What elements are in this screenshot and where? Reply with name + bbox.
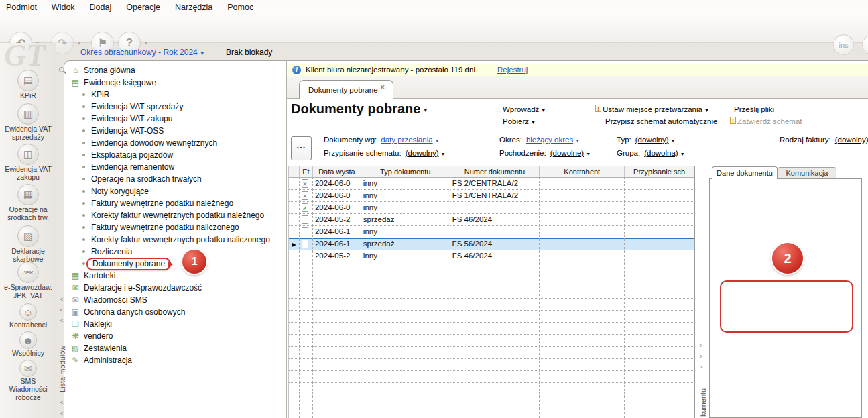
- tree-item-5[interactable]: Ewidencja VAT-OSS: [67, 125, 286, 137]
- annotation-callout-1: 1: [182, 250, 206, 274]
- menu-item-5[interactable]: Pomoc: [227, 3, 253, 12]
- przypisz-schemat-link[interactable]: Przypisz schemat automatycznie: [605, 117, 717, 125]
- table-row[interactable]: 2024-06-0innyFS 2/CENTRALA/2: [289, 178, 694, 190]
- tree-item-3[interactable]: Ewidencja VAT sprzedaży: [67, 101, 286, 113]
- filter-value-link[interactable]: (dowolny): [635, 136, 669, 144]
- pobierz-link[interactable]: Pobierz▼: [503, 117, 536, 125]
- module-item-label: SMS: [0, 377, 56, 385]
- module-item-7[interactable]: ☻Wspólnicy: [0, 331, 56, 357]
- table-row[interactable]: 2024-06-0innyFS 1/CENTRALA/2: [289, 190, 694, 202]
- tab-dane-dokumentu[interactable]: Dane dokumentu: [712, 166, 778, 179]
- table-row[interactable]: 2024-06-0inny: [289, 202, 694, 214]
- table-row[interactable]: 2024-06-1inny: [289, 226, 694, 238]
- filter-value-link[interactable]: daty przesłania: [381, 136, 432, 144]
- tree-item-8[interactable]: Ewidencja remanentów: [67, 161, 286, 173]
- empty-table-row: [289, 407, 694, 418]
- search-tree-icon[interactable]: [59, 67, 64, 72]
- tree-item-15[interactable]: Rozliczenia: [67, 246, 286, 258]
- accounting-period-link[interactable]: Okres obrachunkowy - Rok 2024▼: [80, 48, 205, 57]
- expand-preview-icon[interactable]: >: [697, 342, 705, 349]
- column-header-3[interactable]: Typ dokumentu: [361, 166, 450, 177]
- menu-item-0[interactable]: Podmiot: [6, 3, 37, 12]
- filter-value-link[interactable]: (dowolna): [644, 149, 678, 157]
- tree-item-9[interactable]: Operacje na środkach trwałych: [67, 173, 286, 185]
- collapse-left-icon[interactable]: <: [58, 410, 66, 417]
- filter-value-link[interactable]: bieżący okres: [526, 136, 573, 144]
- module-item-8[interactable]: ✉SMSWiadomościrobocze: [0, 360, 56, 401]
- table-row[interactable]: ▶2024-06-1sprzedażFS 56/2024: [289, 238, 694, 250]
- lock-status-link[interactable]: Brak blokady: [226, 48, 272, 57]
- fixed-assets-icon: ▦: [17, 184, 39, 205]
- empty-cell: [540, 323, 625, 335]
- table-cell: [450, 202, 540, 214]
- module-item-0[interactable]: ▤KPiR: [0, 70, 56, 99]
- column-header-5[interactable]: Kontrahent: [540, 166, 625, 177]
- empty-cell: [289, 347, 300, 359]
- column-header-6[interactable]: Przypisanie sch: [625, 166, 694, 177]
- tree-item-24[interactable]: ✎Administracja: [67, 354, 286, 366]
- tree-item-6[interactable]: Ewidencja dowodów wewnętrznych: [67, 137, 286, 149]
- expand-preview-icon[interactable]: >: [697, 353, 705, 360]
- tree-item-22[interactable]: ❋vendero: [67, 330, 286, 342]
- module-item-3[interactable]: ▦Operacje naśrodkach trw.: [0, 184, 56, 221]
- tree-item-18[interactable]: ✉Deklaracje i e-Sprawozdawczość: [67, 282, 286, 294]
- tab-close-icon[interactable]: ×: [380, 83, 385, 92]
- filter-value-link[interactable]: (dowolne): [550, 149, 584, 157]
- tree-item-17[interactable]: ▦Kartoteki: [67, 270, 286, 282]
- tree-item-20[interactable]: ▣Ochrona danych osobowych: [67, 306, 286, 318]
- tree-item-2[interactable]: KPiR: [67, 89, 286, 101]
- column-header-1[interactable]: Et: [300, 166, 313, 177]
- collapse-left-icon[interactable]: <: [58, 317, 66, 324]
- expand-preview-icon[interactable]: >: [697, 364, 705, 370]
- przeslij-pliki-link[interactable]: Prześlij pliki: [734, 105, 774, 113]
- table-row[interactable]: 2024-05-2innyFS 46/2024: [289, 250, 694, 262]
- empty-cell: [300, 262, 313, 274]
- module-item-4[interactable]: ▧Deklaracjeskarbowe: [0, 225, 56, 263]
- filter-value-link[interactable]: (dowolny): [406, 149, 439, 157]
- table-row[interactable]: 2024-05-2sprzedażFS 46/2024: [289, 214, 694, 226]
- help-dropdown-caret-icon[interactable]: ▼: [143, 40, 149, 46]
- tree-item-4[interactable]: Ewidencja VAT zakupu: [67, 113, 286, 125]
- empty-cell: [361, 335, 450, 347]
- menu-item-3[interactable]: Operacje: [126, 3, 160, 12]
- tree-item-7[interactable]: Eksploatacja pojazdów: [67, 149, 286, 161]
- zatwierdz-schemat-link[interactable]: Zatwierdź schemat: [737, 117, 802, 125]
- ustaw-miejsce-link[interactable]: Ustaw miejsce przetwarzania▼: [603, 105, 709, 113]
- tree-item-1[interactable]: ▤Ewidencje księgowe: [67, 76, 286, 89]
- filter-value-link[interactable]: (dowolny): [835, 136, 868, 144]
- tab-komunikacja[interactable]: Komunikacja: [778, 167, 836, 179]
- module-item-1[interactable]: ▥Ewidencja VATsprzedaży: [0, 103, 56, 141]
- menu-item-4[interactable]: Narzędzia: [175, 3, 212, 12]
- more-options-button[interactable]: ...: [291, 136, 312, 160]
- module-item-5[interactable]: JPKe-Sprawozdaw.JPK_VAT: [0, 262, 56, 299]
- module-item-2[interactable]: ◫Ewidencja VATzakupu: [0, 144, 56, 181]
- tree-item-label: Naklejki: [84, 319, 112, 329]
- wprowadz-link[interactable]: Wprowadź▼: [503, 105, 546, 113]
- tree-item-14[interactable]: Korekty faktur wewnętrznych podatku nali…: [67, 233, 286, 246]
- register-link[interactable]: Rejestruj: [497, 66, 528, 74]
- period-caret-icon: ▼: [200, 50, 205, 56]
- tree-item-12[interactable]: Korekty faktur wewnętrznych podatku nale…: [67, 209, 286, 221]
- tree-item-21[interactable]: ❏Naklejki: [67, 318, 286, 330]
- tree-item-10[interactable]: Noty korygujące: [67, 185, 286, 197]
- tree-item-13[interactable]: Faktury wewnętrzne podatku naliczonego: [67, 221, 286, 233]
- tree-item-23[interactable]: ▨Zestawienia: [67, 342, 286, 354]
- tree-item-16[interactable]: Dokumenty pobrane: [67, 258, 286, 270]
- column-header-4[interactable]: Numer dokumentu: [450, 166, 540, 177]
- tab-dokumenty-pobrane[interactable]: Dokumenty pobrane ×: [299, 80, 393, 99]
- collapse-left-icon[interactable]: <: [58, 399, 66, 406]
- menu-item-2[interactable]: Dodaj: [90, 3, 112, 12]
- page-title[interactable]: Dokumenty pobrane▾: [290, 101, 430, 119]
- menu-item-1[interactable]: Widok: [52, 3, 75, 12]
- tree-item-11[interactable]: Faktury wewnętrzne podatku należnego: [67, 197, 286, 209]
- tree-item-19[interactable]: ✉Wiadomości SMS: [67, 294, 286, 306]
- column-header-0[interactable]: [289, 166, 300, 177]
- collapse-left-icon[interactable]: <: [58, 307, 66, 313]
- table-cell: [300, 250, 313, 262]
- collapse-left-icon[interactable]: <: [58, 296, 66, 303]
- tree-item-label: Strona główna: [84, 66, 135, 75]
- tree-item-0[interactable]: ⌂Strona główna: [67, 64, 286, 76]
- forward-dropdown-caret-icon[interactable]: ▼: [76, 40, 82, 46]
- column-header-2[interactable]: Data wysta: [313, 166, 361, 177]
- module-item-6[interactable]: ☺Kontrahenci: [0, 303, 56, 329]
